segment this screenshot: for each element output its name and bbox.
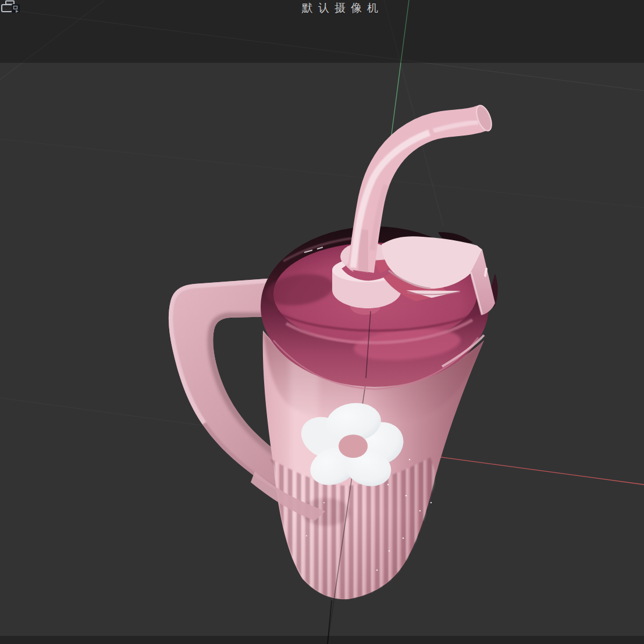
viewport-3d[interactable]: 默认摄像机 bbox=[0, 0, 644, 644]
camera-name-label: 默认摄像机 bbox=[302, 1, 383, 16]
camera-icon-viewfinder bbox=[6, 1, 14, 5]
scene-render bbox=[0, 0, 644, 644]
camera-icon-body bbox=[2, 5, 12, 12]
straw-base-shade bbox=[360, 230, 367, 271]
flower-center bbox=[339, 435, 368, 458]
camera-icon[interactable] bbox=[0, 0, 21, 20]
letterbox-bottom bbox=[0, 636, 644, 644]
